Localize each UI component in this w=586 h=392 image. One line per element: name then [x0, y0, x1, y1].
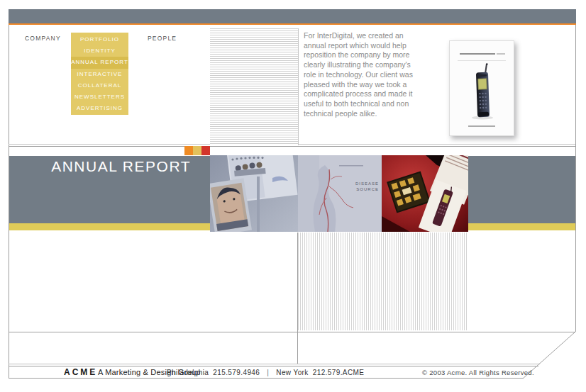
header-bar — [9, 9, 576, 23]
thumbnail-caption: DISEASE SOURCE — [339, 181, 379, 192]
menu-item-newsletters[interactable]: NEWSLETTERS — [71, 91, 128, 103]
footer-logo[interactable]: ACME — [64, 367, 97, 377]
footer-divider-line — [9, 366, 538, 366]
cover-microtext — [460, 53, 495, 55]
footer-contact: Philadelphia 215.579.4946 | New York 212… — [167, 369, 364, 376]
footer-city-newyork: New York — [276, 369, 308, 376]
column-divider-line — [298, 28, 299, 145]
portfolio-menu: PORTFOLIO IDENTITY ANNUAL REPORT INTERAC… — [71, 33, 128, 115]
footer-divider-line — [9, 364, 540, 364]
accent-square-orange — [184, 146, 193, 155]
menu-item-identity[interactable]: IDENTITY — [71, 45, 128, 57]
menu-item-annual-report[interactable]: ANNUAL REPORT — [71, 57, 128, 68]
thumbnail-disease-spread[interactable]: DISEASE SOURCE — [298, 155, 382, 232]
bottom-border-line — [9, 378, 523, 379]
accent-square-yellow — [193, 146, 201, 155]
menu-item-interactive[interactable]: INTERACTIVE — [71, 69, 128, 80]
cellphone-illustration — [467, 62, 498, 122]
annual-report-cover-image — [449, 40, 514, 136]
thumbnail-circuit-phone[interactable] — [382, 155, 468, 232]
footer-phone-philadelphia: 215.579.4946 — [213, 369, 260, 376]
pinstripe-texture-top — [210, 28, 298, 145]
menu-item-advertising[interactable]: ADVERTISING — [71, 103, 128, 114]
project-title: ANNUAL REPORT — [9, 158, 191, 175]
project-description: For InterDigital, we created an annual r… — [304, 31, 414, 118]
cover-microtext — [497, 53, 505, 55]
footer-copyright: © 2003 Acme. All Rights Reserved. — [422, 369, 534, 376]
footer-city-philadelphia: Philadelphia — [167, 369, 209, 376]
cover-rule-line — [458, 60, 506, 61]
pinstripe-texture-bottom — [298, 233, 467, 330]
menu-item-portfolio[interactable]: PORTFOLIO — [71, 34, 128, 45]
footer-phone-newyork: 212.579.ACME — [313, 369, 365, 376]
lower-divider-line — [9, 332, 575, 332]
footer-separator: | — [264, 369, 272, 376]
section-divider-line — [9, 146, 575, 147]
right-border-line — [575, 25, 576, 332]
menu-item-collateral[interactable]: COLLATERAL — [71, 80, 128, 91]
cover-microtext — [468, 125, 495, 127]
header-accent-line — [9, 23, 576, 25]
nav-company[interactable]: COMPANY — [25, 35, 61, 42]
nav-people[interactable]: PEOPLE — [148, 35, 177, 42]
accent-square-red — [201, 146, 210, 155]
thumbnail-spread-portrait[interactable] — [210, 155, 298, 232]
acme-portfolio-page: COMPANY PEOPLE PORTFOLIO IDENTITY ANNUAL… — [0, 0, 586, 392]
